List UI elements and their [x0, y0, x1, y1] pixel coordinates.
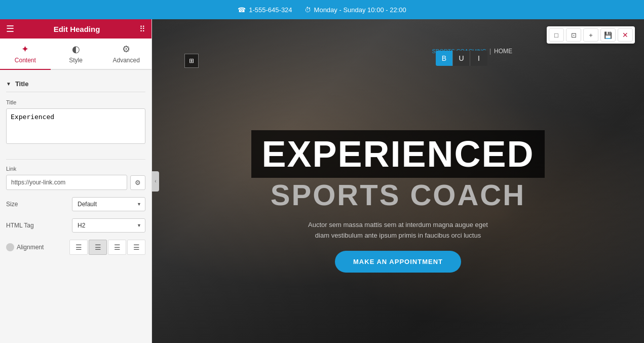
phone-icon: ☎ — [238, 6, 246, 14]
alignment-circle-icon — [6, 243, 14, 251]
html-tag-row: HTML Tag H1 H2 H3 H4 H5 H6 div span p — [6, 218, 145, 233]
left-panel: ☰ Edit Heading ⠿ ✦ Content ◐ Style ⚙ Adv… — [0, 19, 152, 343]
panel-tabs: ✦ Content ◐ Style ⚙ Advanced — [0, 39, 151, 70]
tab-style[interactable]: ◐ Style — [51, 39, 101, 70]
toolbar-close-button[interactable]: ✕ — [618, 28, 633, 42]
content-tab-label: Content — [15, 57, 36, 64]
alignment-label: Alignment — [6, 243, 44, 251]
advanced-tab-icon: ⚙ — [122, 44, 130, 55]
size-label: Size — [6, 201, 18, 208]
link-input[interactable] — [6, 175, 127, 190]
panel-content: ▼ Title Title Experienced Link ⚙ Size — [0, 70, 151, 343]
align-center-button[interactable]: ☰ — [89, 240, 107, 255]
toolbar-save-button[interactable]: 💾 — [600, 28, 616, 42]
hero-description: Auctor sem massa mattis sem at interdum … — [302, 220, 495, 241]
content-tab-icon: ✦ — [21, 44, 29, 55]
size-select-wrapper: Default Small Medium Large XL — [72, 197, 145, 211]
alignment-text: Alignment — [17, 244, 44, 251]
title-textarea[interactable]: Experienced — [6, 108, 145, 144]
panel-header: ☰ Edit Heading ⠿ — [0, 19, 151, 39]
advanced-tab-label: Advanced — [112, 57, 139, 64]
html-tag-select-wrapper: H1 H2 H3 H4 H5 H6 div span p — [72, 218, 145, 233]
toolbar-square-button[interactable]: □ — [549, 28, 564, 42]
panel-collapse-handle[interactable]: ‹ — [152, 171, 159, 192]
phone-number: 1-555-645-324 — [249, 6, 292, 14]
business-hours: Monday - Sunday 10:00 - 22:00 — [314, 6, 406, 14]
tab-advanced[interactable]: ⚙ Advanced — [101, 39, 151, 70]
hero-content: EXPERIENCED SPORTS COACH Auctor sem mass… — [152, 60, 644, 343]
clock-icon: ⏱ — [305, 6, 311, 14]
bold-button[interactable]: B — [436, 51, 453, 66]
sub-heading: SPORTS COACH — [271, 178, 525, 212]
style-tab-label: Style — [69, 57, 83, 64]
alignment-buttons: ☰ ☰ ☰ ☰ — [69, 240, 145, 255]
hours-info: ⏱ Monday - Sunday 10:00 - 22:00 — [305, 6, 406, 14]
panel-title: Edit Heading — [20, 25, 133, 33]
section-label: Title — [15, 80, 29, 88]
section-title-title: ▼ Title — [6, 76, 145, 92]
underline-button[interactable]: U — [453, 51, 470, 66]
cta-button[interactable]: MAKE AN APPOINTMENT — [335, 251, 461, 273]
html-tag-select[interactable]: H1 H2 H3 H4 H5 H6 div span p — [72, 218, 145, 233]
column-icon-button[interactable]: ⊞ — [184, 54, 199, 68]
phone-info: ☎ 1-555-645-324 — [238, 6, 292, 14]
tab-content[interactable]: ✦ Content — [0, 39, 51, 70]
link-field-label: Link — [6, 166, 145, 172]
align-right-button[interactable]: ☰ — [108, 240, 126, 255]
alignment-row: Alignment ☰ ☰ ☰ ☰ — [6, 240, 145, 255]
divider-1 — [6, 159, 145, 160]
floating-toolbar: □ ⊡ + 💾 ✕ — [547, 26, 635, 44]
grid-icon[interactable]: ⠿ — [139, 24, 145, 34]
canvas-area: □ ⊡ + 💾 ✕ SPORTS COACHING | HOME ⊞ B U I… — [152, 19, 644, 343]
size-select[interactable]: Default Small Medium Large XL — [72, 197, 145, 211]
size-row: Size Default Small Medium Large XL — [6, 197, 145, 211]
align-left-button[interactable]: ☰ — [69, 240, 88, 255]
title-field-label: Title — [6, 99, 145, 105]
style-tab-icon: ◐ — [72, 44, 80, 55]
align-justify-button[interactable]: ☰ — [127, 240, 145, 255]
column-icon: ⊞ — [189, 57, 194, 64]
hamburger-icon[interactable]: ☰ — [6, 23, 14, 34]
top-bar: ☎ 1-555-645-324 ⏱ Monday - Sunday 10:00 … — [0, 0, 644, 19]
toolbar-copy-button[interactable]: ⊡ — [566, 28, 581, 42]
html-tag-label: HTML Tag — [6, 222, 34, 229]
link-row: ⚙ — [6, 175, 145, 190]
link-settings-button[interactable]: ⚙ — [130, 175, 145, 190]
toolbar-add-button[interactable]: + — [583, 28, 598, 42]
italic-button[interactable]: I — [470, 51, 487, 66]
breadcrumb-separator: | — [489, 48, 491, 55]
main-heading: EXPERIENCED — [251, 130, 544, 178]
section-arrow-icon: ▼ — [6, 81, 11, 87]
text-format-toolbar: B U I — [436, 51, 487, 66]
breadcrumb-home: HOME — [494, 48, 512, 55]
